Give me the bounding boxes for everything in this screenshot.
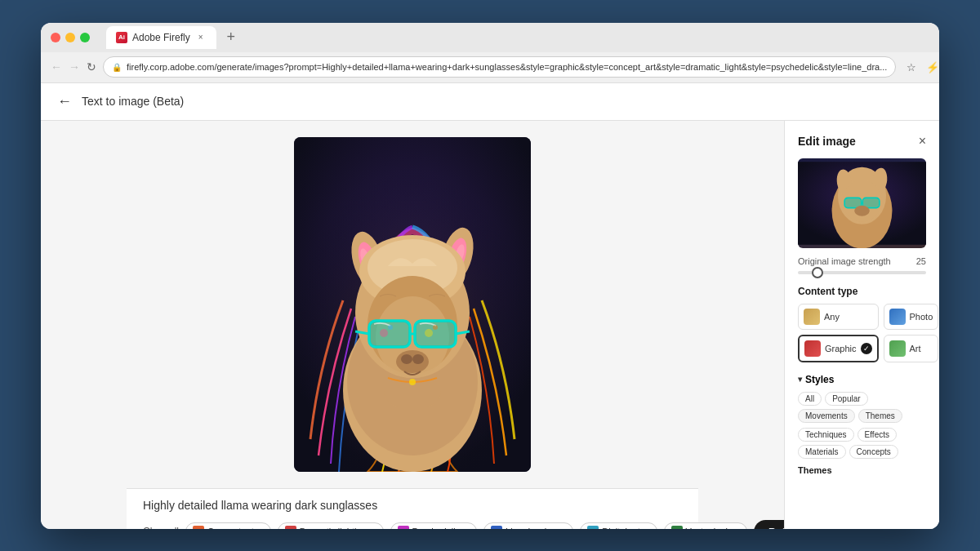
edit-panel: Edit image × xyxy=(784,121,939,529)
tag-psychedelic[interactable]: Psychedelic × xyxy=(390,522,478,529)
style-filter-row1: All Popular Movements Themes xyxy=(798,392,926,423)
digital-art-icon xyxy=(587,526,599,529)
app-back-button[interactable]: ← xyxy=(57,93,72,110)
svg-point-29 xyxy=(412,354,424,364)
content-type-title: Content type xyxy=(798,286,926,297)
tag-digital-art[interactable]: Digital art × xyxy=(580,522,657,529)
psychedelic-icon xyxy=(398,526,409,529)
filter-concepts[interactable]: Concepts xyxy=(849,445,898,459)
styles-title: Styles xyxy=(805,374,834,385)
svg-rect-40 xyxy=(845,198,860,207)
panel-title: Edit image xyxy=(798,135,856,148)
svg-point-28 xyxy=(401,354,412,364)
svg-point-27 xyxy=(396,350,429,373)
prompt-text: Highly detailed llama wearing dark sungl… xyxy=(143,499,682,512)
strength-value: 25 xyxy=(916,256,926,266)
content-type-art[interactable]: Art xyxy=(884,335,939,362)
filter-all[interactable]: All xyxy=(798,392,822,406)
lock-icon: 🔒 xyxy=(112,63,122,72)
themes-sublabel: Themes xyxy=(798,465,926,475)
strength-thumb[interactable] xyxy=(812,267,823,278)
mac-window: Ai Adobe Firefly × + ← → ↻ 🔒 firefly.cor… xyxy=(41,23,939,529)
url-text: firefly.corp.adobe.com/generate/images?p… xyxy=(127,62,887,72)
clear-all-button[interactable]: Clear all xyxy=(143,526,179,529)
filter-popular[interactable]: Popular xyxy=(825,392,867,406)
browser-tab[interactable]: Ai Adobe Firefly × xyxy=(106,26,216,49)
titlebar: Ai Adobe Firefly × + xyxy=(41,23,939,52)
style-filter-row2: Techniques Effects Materials Concepts xyxy=(798,428,926,459)
forward-nav-button[interactable]: → xyxy=(69,57,80,77)
app-content: ← Text to image (Beta) xyxy=(41,83,939,529)
edit-thumbnail xyxy=(798,158,926,248)
new-tab-button[interactable]: + xyxy=(220,26,243,49)
content-type-grid: Any Photo Graphic ✓ Art xyxy=(798,304,926,362)
bookmark-icon[interactable]: ☆ xyxy=(902,58,920,76)
url-bar[interactable]: 🔒 firefly.corp.adobe.com/generate/images… xyxy=(103,56,896,78)
photo-icon xyxy=(889,309,906,325)
svg-point-42 xyxy=(854,205,869,216)
tab-favicon: Ai xyxy=(116,32,127,43)
content-type-photo[interactable]: Photo xyxy=(884,304,939,330)
filter-materials[interactable]: Materials xyxy=(798,445,846,459)
graphic-icon xyxy=(804,340,821,357)
tag-vector-look[interactable]: Vector look × xyxy=(664,522,747,529)
image-canvas: Highly detailed llama wearing dark sungl… xyxy=(41,121,784,529)
svg-point-23 xyxy=(380,329,388,337)
graphic-checkmark: ✓ xyxy=(861,343,872,354)
remove-psychedelic[interactable]: × xyxy=(465,527,470,529)
page-title: Text to image (Beta) xyxy=(82,95,184,108)
filter-themes[interactable]: Themes xyxy=(858,409,902,423)
back-nav-button[interactable]: ← xyxy=(51,57,62,77)
tab-close-button[interactable]: × xyxy=(195,32,207,43)
generated-image xyxy=(294,137,531,472)
concept-art-icon xyxy=(193,526,204,529)
styles-section-header[interactable]: ▾ Styles xyxy=(798,374,926,385)
svg-rect-41 xyxy=(863,198,878,207)
strength-label: Original image strength 25 xyxy=(798,256,926,266)
svg-point-26 xyxy=(433,325,438,330)
filter-effects[interactable]: Effects xyxy=(858,428,897,442)
llama-illustration xyxy=(294,137,531,472)
browser-toolbar: ☆ ⚡ 👤 ⋮ xyxy=(902,58,939,76)
prompt-area: Highly detailed llama wearing dark sungl… xyxy=(127,488,698,529)
tab-bar: Ai Adobe Firefly × + xyxy=(100,26,929,49)
panel-header: Edit image × xyxy=(798,134,926,149)
maximize-window-button[interactable] xyxy=(80,33,90,42)
svg-point-30 xyxy=(409,379,416,385)
remove-vector-look[interactable]: × xyxy=(735,527,740,529)
line-drawing-icon xyxy=(491,526,502,529)
traffic-lights xyxy=(51,33,90,42)
app-header: ← Text to image (Beta) xyxy=(41,83,939,121)
tags-row: Clear all Concept art × Dramatic lightin… xyxy=(143,520,682,529)
vector-look-icon xyxy=(671,526,683,529)
dramatic-lighting-icon xyxy=(285,526,296,529)
strength-slider[interactable] xyxy=(798,271,926,274)
remove-line-drawing[interactable]: × xyxy=(561,527,566,529)
svg-point-24 xyxy=(388,325,393,330)
tag-line-drawing[interactable]: Line drawing × xyxy=(483,522,573,529)
remove-dramatic-lighting[interactable]: × xyxy=(372,527,376,529)
refresh-button[interactable]: Refresh xyxy=(754,520,784,529)
filter-techniques[interactable]: Techniques xyxy=(798,428,854,442)
edit-thumb-image xyxy=(798,158,926,248)
remove-digital-art[interactable]: × xyxy=(645,527,650,529)
close-window-button[interactable] xyxy=(51,33,60,42)
svg-point-25 xyxy=(425,329,433,337)
main-area: Highly detailed llama wearing dark sungl… xyxy=(41,121,939,529)
refresh-nav-button[interactable]: ↻ xyxy=(87,57,96,77)
any-icon xyxy=(804,309,820,325)
minimize-window-button[interactable] xyxy=(65,33,75,42)
panel-close-button[interactable]: × xyxy=(919,134,926,149)
addressbar: ← → ↻ 🔒 firefly.corp.adobe.com/generate/… xyxy=(41,52,939,83)
extensions-icon[interactable]: ⚡ xyxy=(924,58,939,76)
content-type-any[interactable]: Any xyxy=(798,304,879,330)
filter-movements[interactable]: Movements xyxy=(798,409,855,423)
remove-concept-art[interactable]: × xyxy=(259,527,264,529)
content-type-graphic[interactable]: Graphic ✓ xyxy=(798,335,879,362)
styles-chevron-icon: ▾ xyxy=(798,375,802,384)
tag-concept-art[interactable]: Concept art × xyxy=(185,522,271,529)
tab-label: Adobe Firefly xyxy=(132,32,190,43)
tag-dramatic-lighting[interactable]: Dramatic lighting × xyxy=(278,522,384,529)
art-icon xyxy=(889,340,906,357)
